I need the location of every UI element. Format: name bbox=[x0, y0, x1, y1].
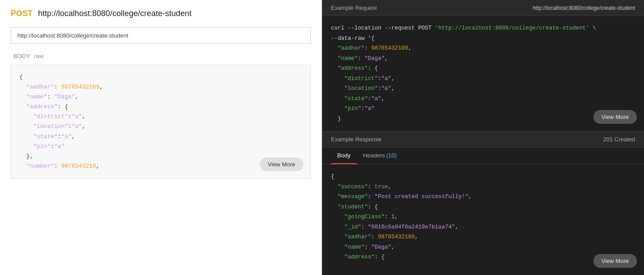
code-line: "name": "Daga", bbox=[331, 54, 635, 64]
tab-headers[interactable]: Headers(10) bbox=[357, 148, 403, 164]
curl-code-box: curl --location --request POST 'http://l… bbox=[322, 16, 644, 131]
code-line: "address": { bbox=[19, 102, 302, 112]
left-panel: POST http://localhost:8080/college/creat… bbox=[0, 0, 322, 275]
code-line: "student": { bbox=[331, 202, 635, 212]
code-line: }, bbox=[19, 152, 302, 161]
code-line: "aadhar": 98765432109, bbox=[19, 82, 302, 92]
code-line: "_id": "6016c6a94f0a2410e7b1aa74", bbox=[331, 222, 635, 233]
code-line: "pin":"a" bbox=[19, 142, 302, 152]
code-line: "district":"a", bbox=[331, 74, 635, 84]
example-request-header: Example Request http://localhost:8080/co… bbox=[322, 0, 644, 16]
code-line: "location":"a", bbox=[331, 84, 635, 94]
example-response-label: Example Response bbox=[331, 136, 381, 143]
code-line: "aadhar": 98765432109, bbox=[331, 43, 635, 54]
code-line: "pin":"a" bbox=[331, 104, 635, 114]
response-tabs: Body Headers(10) bbox=[322, 148, 644, 165]
code-line: { bbox=[331, 172, 635, 182]
code-line: "district":"a", bbox=[19, 112, 302, 122]
example-response-header: Example Response 201 Created bbox=[322, 131, 644, 148]
example-request-url: http://localhost:8080/college/create-stu… bbox=[533, 5, 635, 11]
tab-body[interactable]: Body bbox=[331, 148, 357, 164]
view-more-button[interactable]: View More bbox=[260, 157, 303, 171]
code-line: "goingClass": 1, bbox=[331, 212, 635, 222]
endpoint-line: POST http://localhost:8080/college/creat… bbox=[11, 9, 311, 18]
code-line: "address": { bbox=[331, 252, 635, 262]
code-line: "location":"a", bbox=[19, 122, 302, 131]
response-code-box: { "success": true, "message": "Post crea… bbox=[322, 165, 644, 275]
code-line: { bbox=[19, 72, 302, 82]
http-method: POST bbox=[11, 9, 33, 18]
code-line: "message": "Post created successfully!", bbox=[331, 192, 635, 202]
status-badge: 201 Created bbox=[603, 136, 635, 143]
code-line: "address": { bbox=[331, 63, 635, 74]
curl-view-more-button[interactable]: View More bbox=[593, 110, 637, 124]
code-line: --data-raw '{ bbox=[331, 34, 635, 44]
code-line: "aadhar": 98765432109, bbox=[331, 232, 635, 242]
right-panel: Example Request http://localhost:8080/co… bbox=[322, 0, 644, 275]
code-line: "success": true, bbox=[331, 182, 635, 192]
code-line: curl --location --request POST 'http://l… bbox=[331, 23, 635, 34]
response-view-more-button[interactable]: View More bbox=[593, 254, 637, 268]
code-line: "state":"a", bbox=[19, 132, 302, 142]
example-request-label: Example Request bbox=[331, 4, 377, 11]
code-line: "state":"a", bbox=[331, 94, 635, 104]
url-input[interactable] bbox=[11, 27, 311, 44]
code-line: "name": "Daga", bbox=[331, 242, 635, 253]
body-label: BODY raw bbox=[11, 53, 311, 59]
endpoint-url: http://localhost:8080/college/create-stu… bbox=[38, 9, 191, 18]
request-body-code: { "aadhar": 98765432109, "name": "Daga",… bbox=[11, 65, 311, 179]
code-line: "name": "Daga", bbox=[19, 92, 302, 102]
code-line: } bbox=[331, 114, 635, 124]
